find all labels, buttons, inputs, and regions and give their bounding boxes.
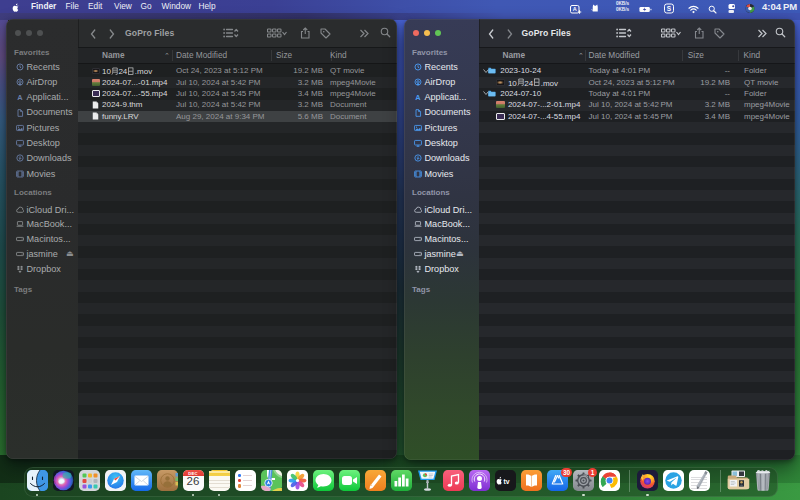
svg-text:A: A (573, 6, 577, 12)
svg-text:tv: tv (503, 478, 509, 485)
svg-text:A: A (17, 93, 23, 101)
svg-text:S: S (667, 5, 672, 12)
svg-text:A: A (415, 93, 421, 101)
